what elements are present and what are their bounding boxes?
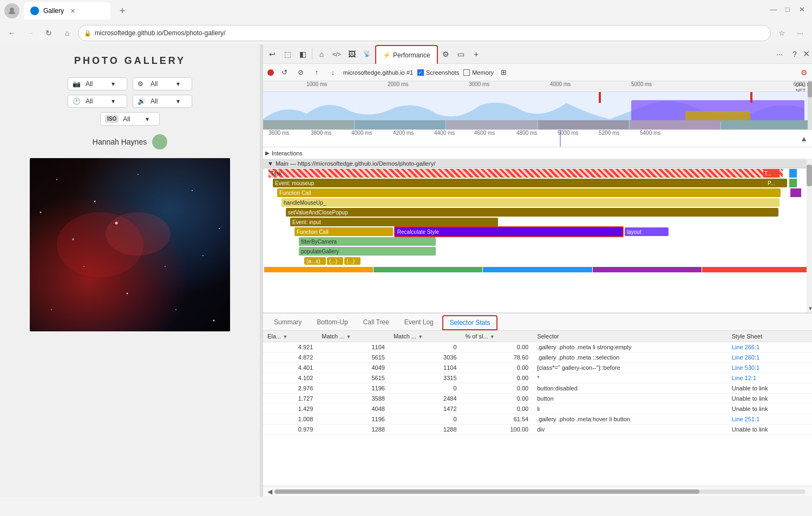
elements-button[interactable]: 🖼 bbox=[345, 47, 359, 61]
col-match2[interactable]: Match ... ▼ bbox=[389, 331, 461, 342]
horizontal-scrollbar[interactable] bbox=[274, 489, 806, 494]
tab-bottom-up[interactable]: Bottom-Up bbox=[310, 314, 354, 330]
setvalue-bar[interactable]: setValueAndClosePopup bbox=[286, 208, 778, 217]
cell-match1-3: 5615 bbox=[317, 373, 389, 383]
col-match1[interactable]: Match ... ▼ bbox=[317, 331, 389, 342]
small-bar-1[interactable]: (a...s) bbox=[304, 257, 326, 265]
tab-summary[interactable]: Summary bbox=[267, 314, 308, 330]
gear-filter[interactable]: ⚙ All ▾ bbox=[133, 77, 192, 90]
profile-icon[interactable] bbox=[4, 3, 19, 18]
network-button[interactable]: 📡 bbox=[360, 47, 374, 61]
flame-collapse-arrow[interactable]: ▼ bbox=[267, 160, 273, 167]
close-button[interactable]: ✕ bbox=[798, 5, 806, 13]
filter-bar[interactable]: filterByCamera bbox=[299, 237, 436, 246]
tab-call-tree[interactable]: Call Tree bbox=[357, 314, 396, 330]
settings-devtools-button[interactable]: ⚙ bbox=[439, 47, 453, 61]
task-bar[interactable]: Task bbox=[269, 169, 783, 178]
cell-match2-5: 2484 bbox=[389, 394, 461, 404]
cell-stylesheet-7[interactable]: Line 251:1 bbox=[728, 414, 812, 424]
camera-filter[interactable]: 📷 All ▾ bbox=[68, 77, 127, 90]
col-pct[interactable]: % of sl... ▼ bbox=[461, 331, 533, 342]
cell-stylesheet-2[interactable]: Line 530:1 bbox=[728, 363, 812, 373]
tab-close[interactable]: ✕ bbox=[70, 8, 75, 15]
more-devtools-button[interactable]: ··· bbox=[772, 47, 787, 61]
ruler-mark-3000: 3000 ms bbox=[469, 81, 489, 87]
svg-point-10 bbox=[213, 320, 215, 322]
cell-stylesheet-3[interactable]: Line 12:1 bbox=[728, 373, 812, 383]
maximize-button[interactable]: □ bbox=[784, 5, 791, 13]
event-input-bar[interactable]: Event: input bbox=[290, 218, 498, 226]
record-button[interactable] bbox=[267, 69, 274, 76]
home-button[interactable]: ⌂ bbox=[60, 25, 75, 41]
reload-record-button[interactable]: ↺ bbox=[278, 67, 290, 79]
scroll-right-button[interactable]: ▲ bbox=[800, 134, 808, 143]
favorites-button[interactable]: ☆ bbox=[774, 25, 789, 41]
handle-mouseup-bar[interactable]: handleMouseUp_ bbox=[281, 198, 780, 207]
sidebar-button[interactable]: ◧ bbox=[296, 47, 310, 61]
performance-tab[interactable]: ⚡ Performance bbox=[375, 45, 438, 64]
audio-filter[interactable]: 🔊 All ▾ bbox=[133, 95, 192, 108]
stylesheet-link-0[interactable]: Line 266:1 bbox=[732, 344, 759, 350]
forward-button[interactable]: → bbox=[23, 25, 38, 41]
cell-stylesheet-5: Unable to link bbox=[728, 394, 812, 404]
cell-stylesheet-0[interactable]: Line 266:1 bbox=[728, 342, 812, 352]
download-button[interactable]: ↓ bbox=[327, 67, 339, 79]
screenshots-checkbox[interactable]: ✓ bbox=[417, 69, 424, 76]
more-button[interactable]: ··· bbox=[793, 25, 808, 41]
time-filter[interactable]: 🕐 All ▾ bbox=[68, 95, 127, 108]
function-call-bar-1[interactable]: Function Call bbox=[277, 188, 781, 197]
capture-button[interactable]: ⊞ bbox=[498, 67, 510, 79]
flame-scroll-down[interactable]: ▼ bbox=[807, 304, 812, 312]
back-button[interactable]: ← bbox=[4, 25, 19, 41]
svg-point-15 bbox=[40, 212, 42, 213]
sources-button[interactable]: </> bbox=[330, 47, 344, 61]
stylesheet-link-3[interactable]: Line 12:1 bbox=[732, 375, 756, 381]
cell-selector-8: div bbox=[533, 424, 728, 435]
inspect-button[interactable]: ↩ bbox=[265, 47, 279, 61]
tab-selector-stats[interactable]: Selector Stats bbox=[442, 315, 498, 330]
website-panel: PHOTO GALLERY 📷 All ▾ ⚙ All ▾ 🕐 All ▾ bbox=[0, 44, 260, 497]
cell-selector-0: .gallery .photo .meta li strong:empty bbox=[533, 342, 728, 352]
timeline-graph[interactable] bbox=[263, 92, 812, 130]
iso-filter[interactable]: ISO All ▾ bbox=[100, 112, 160, 126]
cell-pct-2: 0.00 bbox=[461, 363, 533, 373]
populate-bar[interactable]: populateGallery bbox=[299, 247, 436, 256]
stylesheet-link-1[interactable]: Line 260:1 bbox=[732, 354, 759, 361]
timeline-scrollbar[interactable] bbox=[808, 81, 812, 130]
function-call-label-1: Function Call bbox=[279, 190, 311, 196]
col-selector: Selector bbox=[533, 331, 728, 342]
recalculate-style-bar[interactable]: Recalculate Style bbox=[394, 226, 624, 237]
minimize-button[interactable]: — bbox=[770, 5, 777, 13]
small-bar-2[interactable]: (...) bbox=[327, 257, 343, 265]
new-tab-button[interactable]: + bbox=[115, 3, 130, 18]
memory-checkbox[interactable] bbox=[463, 69, 470, 76]
device-button[interactable]: ⬚ bbox=[280, 47, 294, 61]
small-bar-3[interactable]: (...) bbox=[344, 257, 361, 265]
flame-scrollbar[interactable]: ▼ bbox=[807, 159, 812, 312]
cell-pct-4: 0.00 bbox=[461, 383, 533, 394]
upload-button[interactable]: ↑ bbox=[311, 67, 323, 79]
address-bar[interactable]: 🔒 microsoftedge.github.io/Demos/photo-ga… bbox=[78, 25, 771, 41]
browser-tab-gallery[interactable]: Gallery ✕ bbox=[24, 2, 110, 19]
col-elapsed[interactable]: Ela... ▼ bbox=[263, 331, 317, 342]
reload-button[interactable]: ↻ bbox=[41, 25, 56, 41]
home-devtools-button[interactable]: ⌂ bbox=[315, 47, 329, 61]
clear-button[interactable]: ⊘ bbox=[294, 67, 306, 79]
stylesheet-link-7[interactable]: Line 251:1 bbox=[732, 416, 759, 422]
layout-bar[interactable]: layout bbox=[625, 227, 669, 236]
add-devtools-button[interactable]: + bbox=[469, 47, 483, 61]
cell-match2-2: 1104 bbox=[389, 363, 461, 373]
tab-title: Gallery bbox=[43, 7, 64, 15]
memory-label: Memory bbox=[472, 69, 494, 76]
tab-event-log[interactable]: Event Log bbox=[398, 314, 440, 330]
console-button[interactable]: ▭ bbox=[454, 47, 468, 61]
interactions-expand[interactable]: ▶ bbox=[265, 150, 270, 156]
help-button[interactable]: ? bbox=[788, 47, 802, 61]
settings-gear-icon[interactable]: ⚙ bbox=[801, 68, 808, 77]
cell-stylesheet-1[interactable]: Line 260:1 bbox=[728, 352, 812, 363]
event-mouseup-bar[interactable]: Event: mouseup bbox=[273, 179, 787, 187]
close-devtools-button[interactable]: ✕ bbox=[803, 49, 810, 59]
stylesheet-link-2[interactable]: Line 530:1 bbox=[732, 364, 759, 371]
scroll-left-button[interactable]: ◀ bbox=[267, 488, 272, 495]
function-call-bar-2[interactable]: Function Call bbox=[294, 227, 393, 236]
